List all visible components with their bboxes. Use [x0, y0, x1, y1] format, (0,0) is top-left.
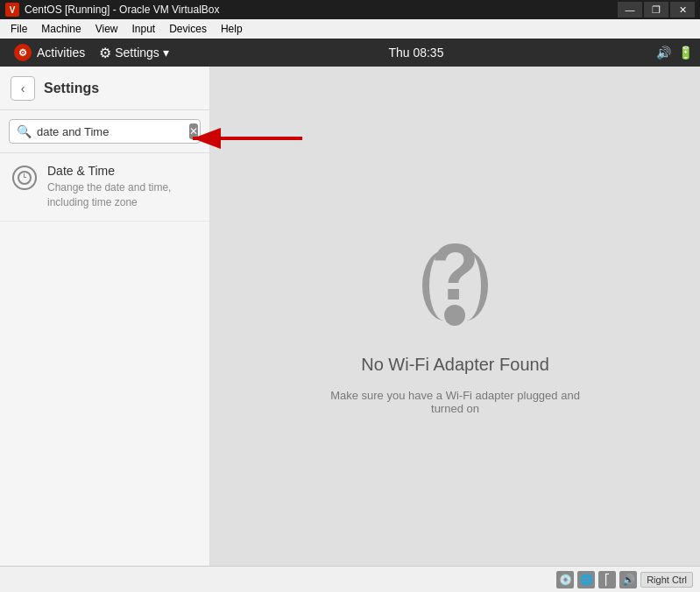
- gear-icon: ⚙: [99, 45, 111, 61]
- date-time-result-desc: Change the date and time, including time…: [47, 180, 197, 210]
- search-container: 🔍 ✕: [0, 110, 209, 153]
- search-icon: 🔍: [17, 124, 32, 138]
- no-wifi-graphic: ?: [385, 218, 526, 341]
- date-time-result-text: Date & Time Change the date and time, in…: [47, 164, 197, 210]
- vm-network-icon: 🌐: [577, 571, 595, 588]
- settings-sidebar: ‹ Settings 🔍 ✕: [0, 67, 210, 566]
- menu-view[interactable]: View: [88, 19, 125, 39]
- back-button[interactable]: ‹: [11, 76, 35, 101]
- menu-devices[interactable]: Devices: [162, 19, 214, 39]
- activities-button[interactable]: ⚙ Activities: [7, 39, 92, 67]
- activities-label: Activities: [37, 46, 85, 60]
- vm-bottombar: 💿 🌐 ⎡ 🔊 Right Ctrl: [0, 566, 700, 592]
- settings-label: Settings: [115, 46, 159, 60]
- sidebar-header: ‹ Settings: [0, 67, 209, 110]
- vm-menubar: File Machine View Input Devices Help: [0, 19, 700, 39]
- window-title: CentOS [Running] - Oracle VM VirtualBox: [25, 4, 618, 16]
- date-time-result-title: Date & Time: [47, 164, 197, 178]
- wifi-arc-right: [444, 250, 488, 321]
- vm-audio-icon: 🔊: [619, 571, 637, 588]
- no-wifi-desc: Make sure you have a Wi-Fi adapter plugg…: [324, 389, 587, 415]
- menu-input[interactable]: Input: [125, 19, 163, 39]
- wifi-arcs: ?: [431, 233, 479, 326]
- search-box: 🔍 ✕: [9, 119, 201, 144]
- no-wifi-title: No Wi-Fi Adapter Found: [361, 355, 549, 375]
- minimize-button[interactable]: —: [618, 2, 642, 18]
- vm-usb-icon: ⎡: [598, 571, 616, 588]
- menu-machine[interactable]: Machine: [34, 19, 88, 39]
- menu-help[interactable]: Help: [214, 19, 250, 39]
- search-input[interactable]: [37, 125, 184, 138]
- date-time-icon: [12, 166, 37, 190]
- system-tray: 🔊 🔋: [656, 46, 693, 60]
- chevron-down-icon: ▾: [163, 46, 169, 60]
- search-results-list: Date & Time Change the date and time, in…: [0, 153, 209, 222]
- vm-disk-icon: 💿: [556, 571, 574, 588]
- vbox-icon: V: [5, 3, 19, 17]
- volume-icon[interactable]: 🔊: [656, 46, 671, 60]
- window-titlebar: V CentOS [Running] - Oracle VM VirtualBo…: [0, 0, 700, 19]
- clock-display: Thu 08:35: [176, 46, 656, 60]
- restore-button[interactable]: ❐: [644, 2, 668, 18]
- close-button[interactable]: ✕: [670, 2, 695, 18]
- search-clear-button[interactable]: ✕: [189, 123, 198, 139]
- gnome-topbar: ⚙ Activities ⚙ Settings ▾ Thu 08:35 🔊 🔋: [0, 39, 700, 67]
- search-result-date-time[interactable]: Date & Time Change the date and time, in…: [0, 153, 209, 222]
- sidebar-title: Settings: [44, 81, 99, 96]
- gnome-logo-icon: ⚙: [14, 44, 32, 61]
- clock-icon: [18, 171, 32, 185]
- main-content: ‹ Settings 🔍 ✕: [0, 67, 700, 566]
- battery-icon[interactable]: 🔋: [678, 46, 693, 60]
- window-controls: — ❐ ✕: [618, 2, 695, 18]
- menu-file[interactable]: File: [4, 19, 34, 39]
- settings-menu-button[interactable]: ⚙ Settings ▾: [92, 39, 176, 67]
- right-panel: ? No Wi-Fi Adapter Found Make sure you h…: [210, 67, 700, 566]
- right-ctrl-label: Right Ctrl: [640, 572, 693, 588]
